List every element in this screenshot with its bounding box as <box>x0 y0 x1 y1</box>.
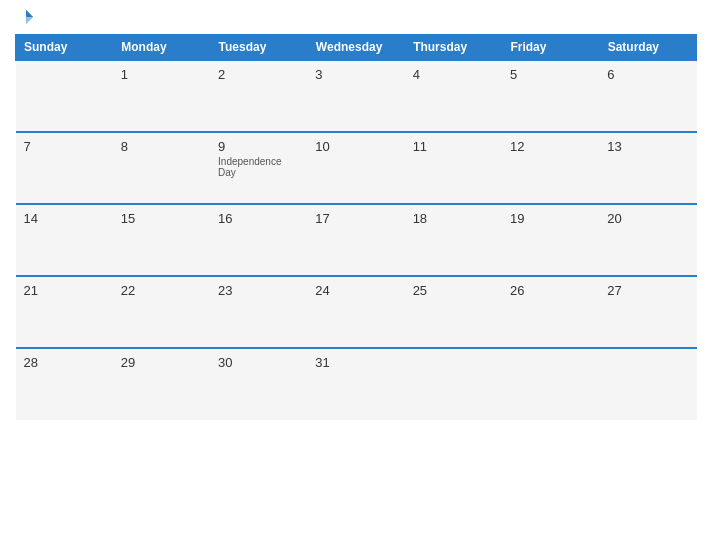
weekday-header-saturday: Saturday <box>599 35 696 61</box>
day-number: 28 <box>24 355 105 370</box>
calendar-cell: 10 <box>307 132 404 204</box>
calendar-header <box>15 10 697 26</box>
week-row-1: 123456 <box>16 60 697 132</box>
day-number: 7 <box>24 139 105 154</box>
calendar-cell: 9Independence Day <box>210 132 307 204</box>
calendar-cell: 25 <box>405 276 502 348</box>
day-number: 15 <box>121 211 202 226</box>
calendar-cell: 17 <box>307 204 404 276</box>
calendar-cell: 18 <box>405 204 502 276</box>
calendar-cell: 21 <box>16 276 113 348</box>
day-number: 3 <box>315 67 396 82</box>
calendar-cell: 7 <box>16 132 113 204</box>
calendar-cell: 12 <box>502 132 599 204</box>
week-row-5: 28293031 <box>16 348 697 420</box>
day-number: 27 <box>607 283 688 298</box>
calendar-cell: 4 <box>405 60 502 132</box>
calendar-cell: 19 <box>502 204 599 276</box>
calendar-cell: 22 <box>113 276 210 348</box>
calendar-cell: 8 <box>113 132 210 204</box>
day-number: 5 <box>510 67 591 82</box>
week-row-3: 14151617181920 <box>16 204 697 276</box>
week-row-4: 21222324252627 <box>16 276 697 348</box>
calendar-cell: 5 <box>502 60 599 132</box>
calendar-cell: 20 <box>599 204 696 276</box>
day-number: 24 <box>315 283 396 298</box>
calendar-cell: 13 <box>599 132 696 204</box>
weekday-header-wednesday: Wednesday <box>307 35 404 61</box>
calendar-cell: 28 <box>16 348 113 420</box>
calendar-cell: 1 <box>113 60 210 132</box>
day-number: 4 <box>413 67 494 82</box>
day-number: 13 <box>607 139 688 154</box>
day-number: 8 <box>121 139 202 154</box>
calendar-cell <box>502 348 599 420</box>
day-number: 14 <box>24 211 105 226</box>
day-number: 21 <box>24 283 105 298</box>
calendar-cell: 11 <box>405 132 502 204</box>
day-number: 22 <box>121 283 202 298</box>
day-number: 17 <box>315 211 396 226</box>
logo <box>15 10 35 26</box>
day-number: 25 <box>413 283 494 298</box>
weekday-header-row: SundayMondayTuesdayWednesdayThursdayFrid… <box>16 35 697 61</box>
weekday-header-monday: Monday <box>113 35 210 61</box>
day-number: 6 <box>607 67 688 82</box>
logo-flag-icon <box>17 8 35 26</box>
weekday-header-sunday: Sunday <box>16 35 113 61</box>
day-number: 16 <box>218 211 299 226</box>
calendar-cell: 6 <box>599 60 696 132</box>
calendar-cell: 23 <box>210 276 307 348</box>
calendar-cell <box>16 60 113 132</box>
calendar-container: SundayMondayTuesdayWednesdayThursdayFrid… <box>0 0 712 550</box>
day-number: 31 <box>315 355 396 370</box>
calendar-cell: 24 <box>307 276 404 348</box>
week-row-2: 789Independence Day10111213 <box>16 132 697 204</box>
calendar-cell: 16 <box>210 204 307 276</box>
calendar-cell: 15 <box>113 204 210 276</box>
calendar-cell: 27 <box>599 276 696 348</box>
day-number: 20 <box>607 211 688 226</box>
day-number: 29 <box>121 355 202 370</box>
calendar-cell: 26 <box>502 276 599 348</box>
day-number: 23 <box>218 283 299 298</box>
event-label: Independence Day <box>218 156 299 178</box>
weekday-header-thursday: Thursday <box>405 35 502 61</box>
day-number: 12 <box>510 139 591 154</box>
calendar-table: SundayMondayTuesdayWednesdayThursdayFrid… <box>15 34 697 420</box>
calendar-cell: 30 <box>210 348 307 420</box>
day-number: 30 <box>218 355 299 370</box>
calendar-cell: 2 <box>210 60 307 132</box>
calendar-cell: 3 <box>307 60 404 132</box>
day-number: 18 <box>413 211 494 226</box>
calendar-cell: 29 <box>113 348 210 420</box>
day-number: 19 <box>510 211 591 226</box>
svg-marker-0 <box>26 10 33 17</box>
day-number: 26 <box>510 283 591 298</box>
weekday-header-friday: Friday <box>502 35 599 61</box>
svg-marker-1 <box>26 17 33 24</box>
day-number: 11 <box>413 139 494 154</box>
calendar-cell <box>405 348 502 420</box>
calendar-cell <box>599 348 696 420</box>
day-number: 9 <box>218 139 299 154</box>
day-number: 1 <box>121 67 202 82</box>
calendar-cell: 31 <box>307 348 404 420</box>
weekday-header-tuesday: Tuesday <box>210 35 307 61</box>
calendar-cell: 14 <box>16 204 113 276</box>
day-number: 10 <box>315 139 396 154</box>
day-number: 2 <box>218 67 299 82</box>
